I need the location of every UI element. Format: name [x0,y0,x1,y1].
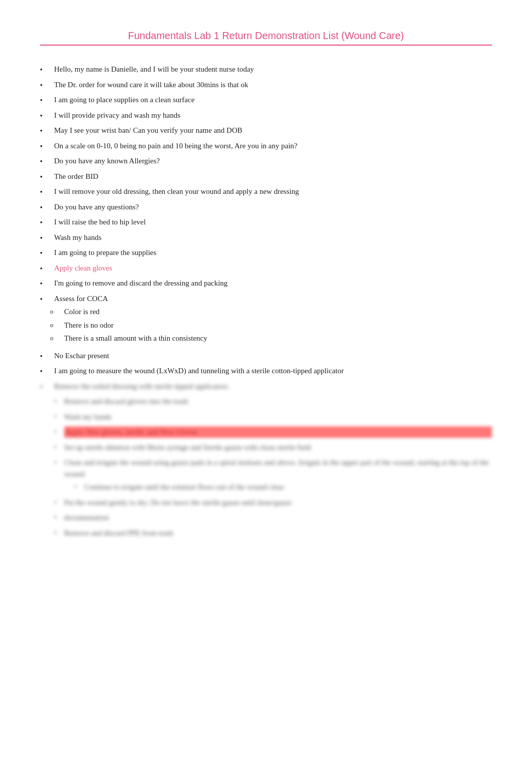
sub-bullet: o [50,320,64,330]
sub-text: There is no odor [64,320,207,331]
item-text: Wash my hands [54,232,492,243]
bullet: ▪ [40,187,54,197]
bullet: ▪ [40,95,54,105]
bullet: ▪ [40,80,54,90]
list-item: ▪ I am going to place supplies on a clea… [40,94,492,106]
list-item: ▪ I'm going to remove and discard the dr… [40,278,492,289]
item-text: I will remove your old dressing, then cl… [54,186,492,197]
bullet: ▪ [40,366,54,376]
list-item: ▪ I will remove your old dressing, then … [40,186,492,197]
item-text-blurred: Pat the wound gently to dry. Do not leav… [64,497,492,508]
sub-list: o Color is red o There is no odor o Ther… [40,306,207,346]
sub-list-item: o Color is red [50,306,207,318]
list-item-blurred: ▪ Remove and discard PPE from trash [54,528,492,539]
bullet: ▪ [40,156,54,166]
item-text-blurred-red: Apply New gloves, sterile, and New Glove… [64,426,492,438]
item-text-blurred: documentation [64,512,492,524]
item-text: Assess for COCA [54,293,108,305]
bullet: ▪ [40,172,54,182]
item-text-highlighted: Apply clean gloves [54,263,492,274]
item-text: Do you have any questions? [54,201,492,213]
list-item: ▪ I will provide privacy and wash my han… [40,110,492,121]
item-text: I am going to prepare the supplies [54,247,492,258]
list-item-blurred: ▪ Remove and discard gloves into the tra… [54,396,492,407]
item-text: I am going to place supplies on a clean … [54,94,492,106]
bullet: ▪ [40,111,54,121]
item-text-blurred: Continue to irrigate until the solution … [84,481,284,493]
bullet: ▪ [40,248,54,258]
list-item: ▪ Do you have any questions? [40,201,492,213]
list-item-blurred: ▪ Clean and irrigate the wound using gau… [54,457,492,493]
list-item-blurred: ▪ Set up sterile ablution with Moist syr… [54,442,492,453]
sub-bullet: ▪ [54,512,64,522]
list-item: ▪ On a scale on 0-10, 0 being no pain an… [40,140,492,152]
sub-text: There is a small amount with a thin cons… [64,333,207,344]
sub-bullet: o [50,307,64,317]
bullet: ▪ [40,264,54,274]
bullet: ▪ [40,382,54,392]
item-text: The order BID [54,171,492,182]
list-item: ▪ Do you have any known Allergies? [40,155,492,167]
item-text-blurred: Remove and discard gloves into the trash [64,396,492,407]
list-item-blurred-red: ▪ Apply New gloves, sterile, and New Glo… [54,426,492,438]
item-text-blurred: Wash my hands [64,411,492,423]
item-text-blurred: Remove the soiled dressing with sterile … [54,381,492,392]
bullet: ▪ [40,294,54,304]
list-item: ▪ The Dr. order for wound care it will t… [40,79,492,91]
sub-bullet: ▪ [54,457,64,466]
list-item: ▪ Hello, my name is Danielle, and I will… [40,64,492,75]
sub-bullet: ▪ [54,427,64,436]
list-item-blurred: ▪ Pat the wound gently to dry. Do not le… [54,497,492,508]
sub-bullet: ▪ [54,497,64,506]
list-item-blurred: ▪ documentation [54,512,492,524]
sub-bullet: o [50,333,64,343]
list-item-blurred: ▪ Remove the soiled dressing with steril… [40,381,492,392]
list-item: ▪ No Eschar present [40,350,492,362]
item-text: I am going to measure the wound (LxWxD) … [54,365,492,377]
sub-bullet: ▪ [54,528,64,537]
sub-bullet: ▪ [54,442,64,451]
sub-text: Color is red [64,306,207,318]
item-text: I will raise the bed to hip level [54,216,492,228]
list-item: ▪ May I see your wrist ban/ Can you veri… [40,125,492,136]
list-item: ▪ I am going to prepare the supplies [40,247,492,258]
item-text-blurred: Remove and discard PPE from trash [64,528,492,539]
item-text-blurred: Set up sterile ablution with Moist syrin… [64,442,311,453]
list-item: ▪ The order BID [40,171,492,182]
page-title: Fundamentals Lab 1 Return Demonstration … [40,30,492,46]
list-item: ▪ I am going to measure the wound (LxWxD… [40,365,492,377]
bullet: ▪ [40,141,54,151]
item-text: Hello, my name is Danielle, and I will b… [54,64,492,75]
bullet: ▪ [40,217,54,227]
item-text: Do you have any known Allergies? [54,155,492,167]
list-item-apply-clean-gloves: ▪ Apply clean gloves [40,263,492,274]
sub-list-item: o There is a small amount with a thin co… [50,333,207,344]
bullet: ▪ [40,65,54,75]
item-text-blurred: Clean and irrigate the wound using gauze… [64,457,492,479]
sub-bullet: ▪ [74,482,84,491]
sub-list-item: o There is no odor [50,320,207,331]
bullet: ▪ [40,279,54,289]
item-text: No Eschar present [54,350,492,362]
main-list: ▪ Hello, my name is Danielle, and I will… [40,64,492,539]
bullet: ▪ [40,233,54,243]
item-text: The Dr. order for wound care it will tak… [54,79,492,91]
item-text: I'm going to remove and discard the dres… [54,278,492,289]
item-text: I will provide privacy and wash my hands [54,110,492,121]
list-item-blurred: ▪ Wash my hands [54,411,492,423]
sub-bullet: ▪ [54,396,64,405]
list-item-assess-coca: ▪ Assess for COCA o Color is red o There… [40,293,492,346]
list-item: ▪ I will raise the bed to hip level [40,216,492,228]
bullet: ▪ [40,126,54,136]
item-text: On a scale on 0-10, 0 being no pain and … [54,140,492,152]
bullet: ▪ [40,351,54,361]
sub-bullet: ▪ [54,412,64,421]
item-text: May I see your wrist ban/ Can you verify… [54,125,492,136]
list-item: ▪ Wash my hands [40,232,492,243]
bullet: ▪ [40,202,54,212]
